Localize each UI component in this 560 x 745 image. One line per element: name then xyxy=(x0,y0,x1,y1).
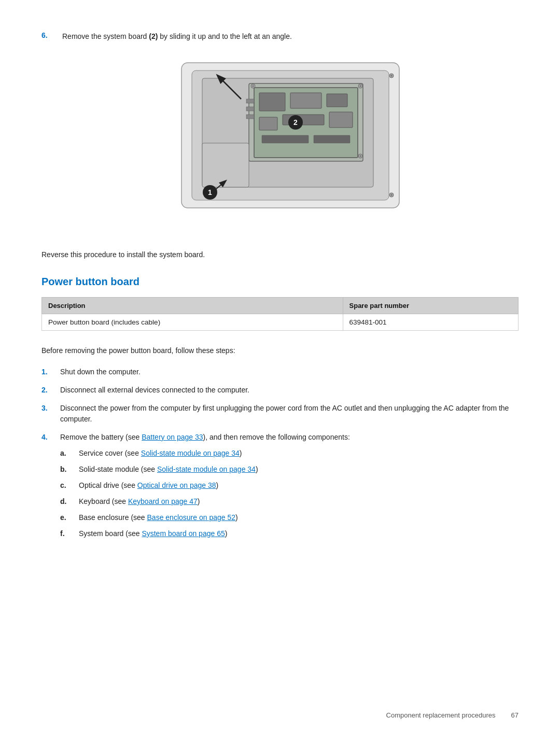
step-3.: 3.Disconnect the power from the computer… xyxy=(41,403,519,425)
step-number-label: 1. xyxy=(41,367,60,377)
step-4.: 4.Remove the battery (see Battery on pag… xyxy=(41,432,519,544)
step-content-text: Remove the battery (see Battery on page … xyxy=(60,432,519,544)
sub-step-label: a. xyxy=(60,448,79,459)
sub-step-link-c.[interactable]: Optical drive on page 38 xyxy=(137,481,216,489)
svg-rect-16 xyxy=(202,143,249,187)
sub-step-label: f. xyxy=(60,528,79,539)
step-6-text: Remove the system board (2) by sliding i… xyxy=(62,31,519,42)
svg-rect-12 xyxy=(314,135,350,143)
table-col-description: Description xyxy=(42,298,343,314)
parts-table-body: Power button board (includes cable)63948… xyxy=(42,314,519,331)
sub-step-c.: c.Optical drive (see Optical drive on pa… xyxy=(60,480,519,491)
sub-step-content: System board (see System board on page 6… xyxy=(79,528,519,539)
svg-rect-5 xyxy=(259,93,285,111)
table-col-part-number: Spare part number xyxy=(343,298,518,314)
parts-table: Description Spare part number Power butt… xyxy=(41,297,519,331)
svg-rect-6 xyxy=(290,93,321,108)
before-removing-note: Before removing the power button board, … xyxy=(41,345,519,356)
sub-step-content: Service cover (see Solid-state module on… xyxy=(79,448,519,459)
svg-text:1: 1 xyxy=(208,188,212,196)
footer-page-number: 67 xyxy=(511,711,519,719)
sub-step-link-b.[interactable]: Solid-state module on page 34 xyxy=(157,465,256,473)
step-content-text: Disconnect all external devices connecte… xyxy=(60,385,519,396)
step-6-number: 6. xyxy=(41,31,62,234)
numbered-steps-list: 1.Shut down the computer.2.Disconnect al… xyxy=(41,367,519,544)
sub-step-content: Keyboard (see Keyboard on page 47) xyxy=(79,496,519,507)
reverse-note: Reverse this procedure to install the sy… xyxy=(41,249,519,260)
sub-step-link-d.[interactable]: Keyboard on page 47 xyxy=(128,497,198,505)
sub-step-label: d. xyxy=(60,496,79,507)
sub-step-link-f.[interactable]: System board on page 65 xyxy=(142,529,225,538)
step-2.: 2.Disconnect all external devices connec… xyxy=(41,385,519,396)
table-cell-part-number: 639481-001 xyxy=(343,314,518,331)
sub-step-content: Optical drive (see Optical drive on page… xyxy=(79,480,519,491)
page-content: 6. Remove the system board (2) by slidin… xyxy=(41,31,519,544)
step-6-bold: (2) xyxy=(149,32,158,40)
sub-step-content: Solid-state module (see Solid-state modu… xyxy=(79,464,519,475)
table-row: Power button board (includes cable)63948… xyxy=(42,314,519,331)
step-content-text: Shut down the computer. xyxy=(60,367,519,377)
step-6-text-before: Remove the system board xyxy=(62,32,149,40)
svg-text:2: 2 xyxy=(293,118,298,126)
step-number-label: 3. xyxy=(41,403,60,414)
table-cell-description: Power button board (includes cable) xyxy=(42,314,343,331)
battery-link[interactable]: Battery on page 33 xyxy=(142,433,203,441)
page-footer: Component replacement procedures 67 xyxy=(386,711,519,719)
step-6-content: Remove the system board (2) by sliding i… xyxy=(62,31,519,234)
sub-step-e.: e.Base enclosure (see Base enclosure on … xyxy=(60,512,519,523)
diagram-container: 2 1 xyxy=(62,52,519,218)
sub-step-content: Base enclosure (see Base enclosure on pa… xyxy=(79,512,519,523)
sub-step-f.: f.System board (see System board on page… xyxy=(60,528,519,539)
sub-step-link-a.[interactable]: Solid-state module on page 34 xyxy=(141,449,240,457)
step-number-label: 4. xyxy=(41,432,60,443)
table-header-row: Description Spare part number xyxy=(42,298,519,314)
sub-step-a.: a.Service cover (see Solid-state module … xyxy=(60,448,519,459)
svg-rect-15 xyxy=(246,115,254,119)
svg-rect-10 xyxy=(329,112,353,128)
sub-step-d.: d.Keyboard (see Keyboard on page 47) xyxy=(60,496,519,507)
svg-rect-14 xyxy=(246,107,254,111)
footer-left-text: Component replacement procedures xyxy=(386,711,496,719)
step-1.: 1.Shut down the computer. xyxy=(41,367,519,377)
svg-rect-11 xyxy=(262,135,309,143)
svg-rect-13 xyxy=(246,99,254,103)
svg-rect-7 xyxy=(327,94,347,107)
system-board-diagram: 2 1 xyxy=(166,52,415,218)
sub-step-label: c. xyxy=(60,480,79,491)
sub-steps-list: a.Service cover (see Solid-state module … xyxy=(60,448,519,539)
sub-step-b.: b.Solid-state module (see Solid-state mo… xyxy=(60,464,519,475)
step-content-text: Disconnect the power from the computer b… xyxy=(60,403,519,425)
step-6-section: 6. Remove the system board (2) by slidin… xyxy=(41,31,519,234)
step-6-text-after: by sliding it up and to the left at an a… xyxy=(158,32,291,40)
sub-step-label: e. xyxy=(60,512,79,523)
step-number-label: 2. xyxy=(41,385,60,396)
section-heading: Power button board xyxy=(41,276,519,288)
svg-rect-8 xyxy=(259,117,277,130)
sub-step-label: b. xyxy=(60,464,79,475)
sub-step-link-e.[interactable]: Base enclosure on page 52 xyxy=(147,513,235,522)
